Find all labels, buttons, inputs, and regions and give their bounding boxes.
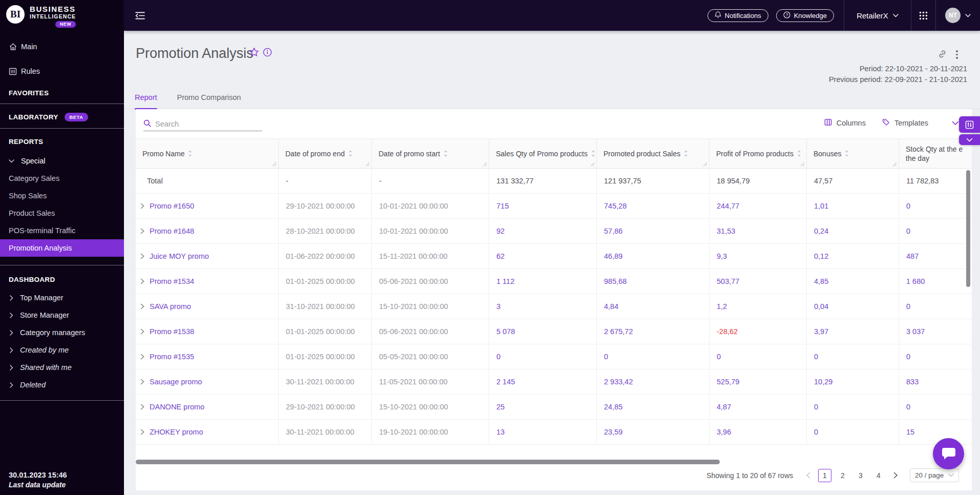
cell-value: 01-01-2025 00:00:00 <box>286 327 355 336</box>
period-text: Period: 22-10-2021 - 20-11-2021 <box>829 64 967 74</box>
templates-chevron-icon[interactable] <box>952 118 959 128</box>
columns-button[interactable]: Columns <box>824 118 866 128</box>
expand-row-icon[interactable] <box>140 278 144 284</box>
page-size-select[interactable]: 20 / page <box>910 468 959 482</box>
page-number-4[interactable]: 4 <box>872 469 885 482</box>
sidebar-item-store-manager[interactable]: Store Manager <box>0 306 124 324</box>
sort-icon[interactable] <box>187 150 193 157</box>
templates-button[interactable]: Templates <box>882 118 928 128</box>
promo-name-link[interactable]: ZHOKEY promo <box>150 428 203 436</box>
info-icon[interactable] <box>263 48 272 59</box>
column-header-profit[interactable]: Profit of Promo products <box>710 139 807 168</box>
share-link-icon[interactable] <box>937 49 947 61</box>
resize-handle[interactable] <box>590 162 595 167</box>
sidebar-item-main[interactable]: Main <box>0 38 124 55</box>
column-header-start[interactable]: Date of promo start <box>372 139 489 168</box>
page-number-2[interactable]: 2 <box>836 469 849 482</box>
sidebar-item-label: Shop Sales <box>9 192 47 200</box>
expand-row-icon[interactable] <box>140 354 144 360</box>
tab-report[interactable]: Report <box>135 93 157 109</box>
apps-grid-icon[interactable] <box>911 11 935 20</box>
promo-name-link[interactable]: DANONE promo <box>150 403 204 411</box>
resize-handle[interactable] <box>483 162 487 167</box>
collapse-sidebar-icon[interactable] <box>135 11 145 20</box>
sidebar-item-product-sales[interactable]: Product Sales <box>0 204 124 222</box>
column-header-name[interactable]: Promo Name <box>136 139 279 168</box>
knowledge-button[interactable]: ? Knowledge <box>776 9 834 22</box>
workspace-selector[interactable]: RetailerX <box>844 11 911 20</box>
promo-name-link[interactable]: Juice MOY promo <box>150 252 209 260</box>
sidebar-item-shop-sales[interactable]: Shop Sales <box>0 187 124 204</box>
notifications-button[interactable]: Notifications <box>707 9 768 22</box>
expand-row-icon[interactable] <box>140 203 144 209</box>
sidebar-item-promotion-analysis[interactable]: Promotion Analysis <box>0 239 124 257</box>
cell-value: 0 <box>496 353 501 361</box>
vertical-scrollbar[interactable] <box>966 170 970 287</box>
collapse-panel-button[interactable] <box>959 134 980 145</box>
cell-value: 1,2 <box>717 302 727 311</box>
sidebar-item-category-sales[interactable]: Category Sales <box>0 170 124 187</box>
cell-value: 9,3 <box>717 252 727 260</box>
promo-name-link[interactable]: Promo #1538 <box>150 327 194 336</box>
chat-widget-button[interactable] <box>933 438 964 469</box>
user-menu[interactable]: NT <box>936 8 980 23</box>
sidebar-item-deleted[interactable]: Deleted <box>0 376 124 394</box>
sidebar-item-created-by-me[interactable]: Created by me <box>0 341 124 359</box>
column-header-bonuses[interactable]: Bonuses <box>807 139 899 168</box>
promo-name-link[interactable]: Promo #1650 <box>150 202 194 210</box>
divider <box>0 104 124 104</box>
sort-icon[interactable] <box>797 150 802 157</box>
cell-value: 05-06-2021 00:00:00 <box>379 277 448 285</box>
expand-row-icon[interactable] <box>140 328 144 335</box>
expand-row-icon[interactable] <box>140 429 144 435</box>
filter-panel-button[interactable] <box>959 116 980 133</box>
resize-handle[interactable] <box>800 162 805 167</box>
cell-value: 1 112 <box>496 277 514 285</box>
cell-name: Promo #1535 <box>136 344 279 369</box>
sidebar-group-special[interactable]: Special <box>0 152 124 170</box>
promo-name-link[interactable]: Promo #1648 <box>150 227 194 235</box>
expand-row-icon[interactable] <box>140 228 144 234</box>
sort-icon[interactable] <box>443 150 448 157</box>
prev-page-icon[interactable] <box>802 469 814 482</box>
expand-row-icon[interactable] <box>140 303 144 310</box>
sidebar-item-top-manager[interactable]: Top Manager <box>0 289 124 306</box>
sidebar-item-shared-with-me[interactable]: Shared with me <box>0 359 124 376</box>
resize-handle[interactable] <box>703 162 707 167</box>
favorite-star-icon[interactable] <box>249 47 259 59</box>
total-cell-end: - <box>279 169 372 193</box>
resize-handle[interactable] <box>272 162 277 167</box>
resize-handle[interactable] <box>892 162 897 167</box>
search-input[interactable] <box>155 120 253 128</box>
cell-stock: 833 <box>899 369 972 394</box>
expand-row-icon[interactable] <box>140 404 144 410</box>
sort-icon[interactable] <box>844 150 849 157</box>
logo[interactable]: BI BUSINESS INTELLIGENCE NEW <box>0 0 124 32</box>
cell-value: 01-01-2025 00:00:00 <box>286 277 355 285</box>
sidebar-item-rules[interactable]: Rules <box>0 63 124 80</box>
sidebar-item-category-managers[interactable]: Category managers <box>0 324 124 341</box>
laboratory-section[interactable]: LABORATORY BETA <box>0 111 124 123</box>
sort-icon[interactable] <box>683 150 689 157</box>
next-page-icon[interactable] <box>890 469 901 482</box>
promo-name-link[interactable]: Promo #1534 <box>150 277 194 285</box>
promo-name-link[interactable]: SAVA promo <box>150 302 191 311</box>
resize-handle[interactable] <box>365 162 370 167</box>
column-header-promoted_sales[interactable]: Promoted product Sales <box>597 139 710 168</box>
tab-promo-comparison[interactable]: Promo Comparison <box>177 93 241 109</box>
page-number-3[interactable]: 3 <box>854 469 867 482</box>
more-options-icon[interactable] <box>956 50 958 59</box>
column-header-end[interactable]: Date of promo end <box>279 139 372 168</box>
horizontal-scrollbar[interactable] <box>136 460 720 464</box>
cell-profit: 503,77 <box>710 269 807 294</box>
promo-name-link[interactable]: Promo #1535 <box>150 353 194 361</box>
promo-name-link[interactable]: Sausage promo <box>150 378 202 386</box>
expand-row-icon[interactable] <box>140 379 144 385</box>
sidebar-item-pos-terminal-traffic[interactable]: POS-terminal Traffic <box>0 222 124 239</box>
expand-row-icon[interactable] <box>140 253 144 259</box>
page-number-1[interactable]: 1 <box>818 469 831 482</box>
table-row: Juice MOY promo01-06-2022 00:00:0015-11-… <box>136 244 972 269</box>
column-header-sales_qty[interactable]: Sales Qty of Promo products <box>489 139 597 168</box>
sort-icon[interactable] <box>348 150 353 157</box>
sort-icon[interactable] <box>591 150 596 157</box>
